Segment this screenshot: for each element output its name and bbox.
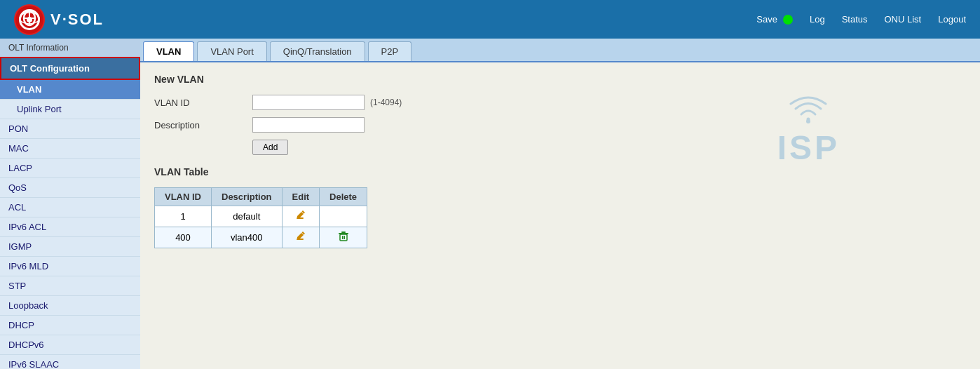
vlan-id-input[interactable] bbox=[252, 95, 365, 110]
sidebar-item-stp[interactable]: STP bbox=[0, 276, 140, 296]
top-header: V·SOL Save Log Status ONU List Logout bbox=[0, 0, 980, 39]
row2-delete-cell bbox=[320, 227, 367, 248]
logo-area: V·SOL bbox=[14, 4, 104, 35]
isp-watermark: ISP bbox=[777, 95, 840, 167]
description-label: Description bbox=[154, 120, 252, 130]
row2-edit-cell bbox=[282, 227, 320, 248]
svg-rect-11 bbox=[341, 232, 346, 233]
vlan-id-label: VLAN ID bbox=[154, 98, 252, 108]
olt-info-header: OLT Information bbox=[0, 39, 140, 57]
status-link[interactable]: Status bbox=[842, 14, 868, 25]
sidebar-item-pon[interactable]: PON bbox=[0, 119, 140, 139]
svg-point-4 bbox=[20, 13, 39, 24]
save-button[interactable]: Save bbox=[756, 14, 777, 25]
content-body: New VLAN VLAN ID (1-4094) Description Ad… bbox=[140, 62, 980, 260]
vlan-id-row: VLAN ID (1-4094) bbox=[154, 95, 966, 110]
sidebar-item-igmp[interactable]: IGMP bbox=[0, 237, 140, 257]
row2-vlan-id: 400 bbox=[155, 227, 212, 248]
table-row: 400 vlan400 bbox=[155, 227, 367, 248]
description-input[interactable] bbox=[252, 117, 365, 133]
header-right: Save Log Status ONU List Logout bbox=[756, 14, 966, 25]
new-vlan-title: New VLAN bbox=[154, 74, 966, 85]
save-area: Save bbox=[756, 14, 793, 25]
sidebar-item-uplink-port[interactable]: Uplink Port bbox=[0, 100, 140, 119]
svg-point-0 bbox=[15, 6, 43, 34]
sidebar-item-acl[interactable]: ACL bbox=[0, 198, 140, 217]
table-row: 1 default bbox=[155, 206, 367, 227]
sidebar-item-loopback[interactable]: Loopback bbox=[0, 296, 140, 316]
col-description: Description bbox=[212, 188, 283, 206]
tab-bar: VLAN VLAN Port QinQ/Translation P2P bbox=[140, 39, 980, 62]
tab-vlan-port[interactable]: VLAN Port bbox=[197, 41, 266, 61]
onu-list-link[interactable]: ONU List bbox=[885, 14, 922, 25]
row1-description: default bbox=[212, 206, 283, 227]
row2-edit-button[interactable] bbox=[293, 230, 308, 245]
wifi-icon bbox=[777, 95, 840, 133]
sidebar: OLT Information OLT Configuration VLAN U… bbox=[0, 39, 140, 369]
row2-delete-button[interactable] bbox=[336, 230, 351, 245]
col-vlan-id: VLAN ID bbox=[155, 188, 212, 206]
sidebar-item-mac[interactable]: MAC bbox=[0, 139, 140, 159]
description-row: Description bbox=[154, 117, 966, 133]
main-layout: OLT Information OLT Configuration VLAN U… bbox=[0, 39, 980, 369]
sidebar-item-lacp[interactable]: LACP bbox=[0, 159, 140, 178]
olt-config-header: OLT Configuration bbox=[0, 57, 140, 80]
tab-vlan[interactable]: VLAN bbox=[143, 41, 194, 61]
row1-edit-button[interactable] bbox=[293, 209, 308, 224]
sidebar-item-dhcpv6[interactable]: DHCPv6 bbox=[0, 335, 140, 355]
row1-vlan-id: 1 bbox=[155, 206, 212, 227]
svg-rect-10 bbox=[339, 233, 348, 234]
isp-text: ISP bbox=[777, 128, 840, 167]
row1-delete-cell bbox=[320, 206, 367, 227]
col-delete: Delete bbox=[320, 188, 367, 206]
vlan-id-hint: (1-4094) bbox=[370, 98, 402, 107]
svg-point-1 bbox=[24, 11, 35, 25]
sidebar-item-ipv6-acl[interactable]: IPv6 ACL bbox=[0, 217, 140, 237]
tab-p2p[interactable]: P2P bbox=[368, 41, 412, 61]
row1-edit-cell bbox=[282, 206, 320, 227]
sidebar-item-ipv6-mld[interactable]: IPv6 MLD bbox=[0, 257, 140, 276]
logo-text: V·SOL bbox=[50, 11, 104, 29]
status-dot-icon bbox=[783, 15, 793, 25]
sidebar-item-ipv6-slaac[interactable]: IPv6 SLAAC bbox=[0, 355, 140, 369]
content-area: VLAN VLAN Port QinQ/Translation P2P New … bbox=[140, 39, 980, 369]
sidebar-item-vlan[interactable]: VLAN bbox=[0, 80, 140, 100]
vlan-table-title: VLAN Table bbox=[154, 166, 966, 177]
vsol-logo-icon bbox=[14, 4, 45, 35]
svg-point-12 bbox=[806, 119, 810, 123]
tab-qinq[interactable]: QinQ/Translation bbox=[270, 41, 365, 61]
logout-link[interactable]: Logout bbox=[938, 14, 966, 25]
add-button[interactable]: Add bbox=[252, 140, 288, 155]
svg-rect-8 bbox=[342, 236, 343, 239]
row2-description: vlan400 bbox=[212, 227, 283, 248]
vlan-table: VLAN ID Description Edit Delete 1 defaul… bbox=[154, 187, 367, 248]
col-edit: Edit bbox=[282, 188, 320, 206]
svg-rect-9 bbox=[343, 236, 345, 239]
log-link[interactable]: Log bbox=[810, 14, 825, 25]
sidebar-item-dhcp[interactable]: DHCP bbox=[0, 316, 140, 335]
sidebar-item-qos[interactable]: QoS bbox=[0, 178, 140, 198]
svg-rect-7 bbox=[340, 234, 347, 241]
